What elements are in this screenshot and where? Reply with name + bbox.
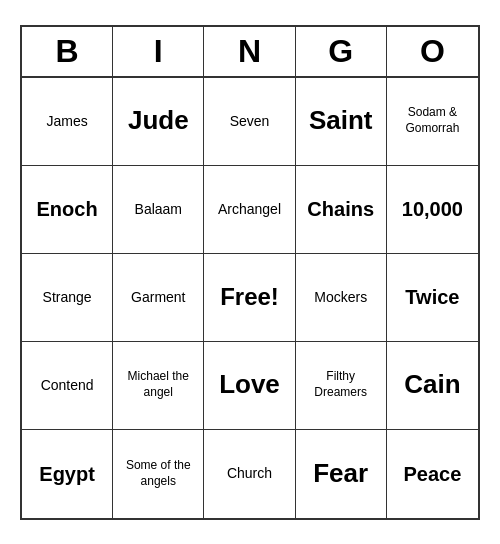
- bingo-cell: Egypt: [22, 430, 113, 518]
- bingo-header-letter: N: [204, 27, 295, 76]
- bingo-cell: Chains: [296, 166, 387, 254]
- bingo-cell: Fear: [296, 430, 387, 518]
- bingo-header-letter: O: [387, 27, 478, 76]
- bingo-cell: Strange: [22, 254, 113, 342]
- bingo-cell: Twice: [387, 254, 478, 342]
- bingo-cell: Balaam: [113, 166, 204, 254]
- bingo-cell: Mockers: [296, 254, 387, 342]
- bingo-cell: Michael the angel: [113, 342, 204, 430]
- bingo-cell: James: [22, 78, 113, 166]
- bingo-cell: Peace: [387, 430, 478, 518]
- bingo-cell: Some of the angels: [113, 430, 204, 518]
- bingo-header-letter: B: [22, 27, 113, 76]
- bingo-cell: Free!: [204, 254, 295, 342]
- bingo-cell: Filthy Dreamers: [296, 342, 387, 430]
- bingo-cell: 10,000: [387, 166, 478, 254]
- bingo-cell: Cain: [387, 342, 478, 430]
- bingo-cell: Church: [204, 430, 295, 518]
- bingo-cell: Saint: [296, 78, 387, 166]
- bingo-cell: Contend: [22, 342, 113, 430]
- bingo-cell: Seven: [204, 78, 295, 166]
- bingo-cell: Sodam & Gomorrah: [387, 78, 478, 166]
- bingo-cell: Enoch: [22, 166, 113, 254]
- bingo-card: BINGO JamesJudeSevenSaintSodam & Gomorra…: [20, 25, 480, 520]
- bingo-header: BINGO: [22, 27, 478, 78]
- bingo-cell: Garment: [113, 254, 204, 342]
- bingo-header-letter: I: [113, 27, 204, 76]
- bingo-header-letter: G: [296, 27, 387, 76]
- bingo-cell: Jude: [113, 78, 204, 166]
- bingo-grid: JamesJudeSevenSaintSodam & GomorrahEnoch…: [22, 78, 478, 518]
- bingo-cell: Archangel: [204, 166, 295, 254]
- bingo-cell: Love: [204, 342, 295, 430]
